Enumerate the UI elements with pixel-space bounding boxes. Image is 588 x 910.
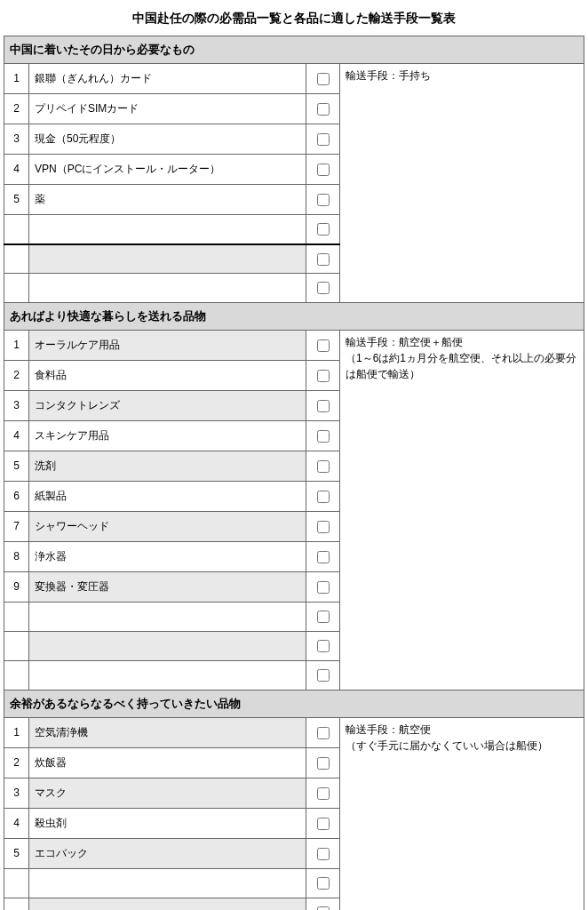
row-number: 7 bbox=[4, 512, 29, 542]
item-name: 炊飯器 bbox=[29, 748, 306, 778]
item-checkbox[interactable] bbox=[317, 848, 330, 860]
page-title: 中国赴任の際の必需品一覧と各品に適した輸送手段一覧表 bbox=[4, 4, 584, 36]
row-number: 8 bbox=[4, 542, 29, 572]
item-checkbox[interactable] bbox=[317, 194, 330, 206]
checkbox-cell bbox=[306, 512, 340, 542]
checkbox-cell bbox=[306, 331, 340, 361]
item-checkbox[interactable] bbox=[317, 669, 330, 682]
checkbox-cell bbox=[306, 661, 340, 690]
row-number: 3 bbox=[4, 124, 29, 155]
item-name bbox=[29, 632, 306, 661]
item-name: 銀聯（ぎんれん）カード bbox=[29, 64, 306, 94]
row-number: 3 bbox=[4, 778, 29, 809]
item-checkbox[interactable] bbox=[317, 611, 330, 623]
transport-note: 輸送手段：航空便＋船便（1～6は約1ヵ月分を航空便、それ以上の必要分は船便で輸送… bbox=[340, 331, 584, 690]
item-checkbox[interactable] bbox=[317, 282, 330, 294]
row-number: 4 bbox=[4, 421, 29, 451]
transport-note: 輸送手段：航空便（すぐ手元に届かなくていい場合は船便） bbox=[340, 718, 584, 911]
item-checkbox[interactable] bbox=[317, 370, 330, 382]
item-checkbox[interactable] bbox=[317, 103, 330, 116]
checkbox-cell bbox=[306, 718, 340, 748]
item-checkbox[interactable] bbox=[317, 551, 330, 563]
checkbox-cell bbox=[306, 391, 340, 421]
item-name: コンタクトレンズ bbox=[29, 391, 306, 421]
item-checkbox[interactable] bbox=[317, 877, 330, 890]
checkbox-cell bbox=[306, 839, 340, 869]
item-checkbox[interactable] bbox=[317, 73, 330, 85]
row-number bbox=[4, 898, 29, 911]
table-row: 1銀聯（ぎんれん）カード輸送手段：手持ち bbox=[4, 64, 584, 94]
checkbox-cell bbox=[306, 778, 340, 809]
item-name: 食料品 bbox=[29, 361, 306, 391]
item-name: 紙製品 bbox=[29, 482, 306, 512]
item-name: VPN（PCにインストール・ルーター） bbox=[29, 155, 306, 185]
row-number bbox=[4, 603, 29, 632]
row-number: 1 bbox=[4, 718, 29, 748]
item-name: マスク bbox=[29, 778, 306, 809]
item-checkbox[interactable] bbox=[317, 581, 330, 594]
item-name: 浄水器 bbox=[29, 542, 306, 572]
checkbox-cell bbox=[306, 124, 340, 155]
item-checkbox[interactable] bbox=[317, 430, 330, 443]
item-checkbox[interactable] bbox=[317, 491, 330, 503]
row-number: 3 bbox=[4, 391, 29, 421]
checkbox-cell bbox=[306, 898, 340, 911]
item-checkbox[interactable] bbox=[317, 460, 330, 473]
item-name: プリペイドSIMカード bbox=[29, 94, 306, 124]
row-number: 2 bbox=[4, 748, 29, 778]
item-checkbox[interactable] bbox=[317, 818, 330, 830]
checkbox-cell bbox=[306, 542, 340, 572]
row-number: 5 bbox=[4, 185, 29, 215]
row-number bbox=[4, 215, 29, 244]
item-checkbox[interactable] bbox=[317, 727, 330, 739]
item-name: エコバック bbox=[29, 839, 306, 869]
row-number bbox=[4, 244, 29, 274]
section-header: あればより快適な暮らしを送れる品物 bbox=[4, 303, 584, 331]
checkbox-cell bbox=[306, 185, 340, 215]
item-checkbox[interactable] bbox=[317, 757, 330, 770]
row-number bbox=[4, 661, 29, 690]
item-checkbox[interactable] bbox=[317, 164, 330, 176]
checkbox-cell bbox=[306, 451, 340, 482]
row-number: 1 bbox=[4, 331, 29, 361]
item-checkbox[interactable] bbox=[317, 640, 330, 652]
row-number: 5 bbox=[4, 839, 29, 869]
item-name: スキンケア用品 bbox=[29, 421, 306, 451]
row-number: 6 bbox=[4, 482, 29, 512]
checkbox-cell bbox=[306, 244, 340, 274]
item-name bbox=[29, 244, 306, 274]
checkbox-cell bbox=[306, 64, 340, 94]
item-name bbox=[29, 898, 306, 911]
row-number bbox=[4, 274, 29, 303]
checkbox-cell bbox=[306, 274, 340, 303]
row-number: 4 bbox=[4, 155, 29, 185]
item-name: 空気清浄機 bbox=[29, 718, 306, 748]
item-checkbox[interactable] bbox=[317, 521, 330, 533]
checkbox-cell bbox=[306, 361, 340, 391]
table-row: 1オーラルケア用品輸送手段：航空便＋船便（1～6は約1ヵ月分を航空便、それ以上の… bbox=[4, 331, 584, 361]
row-number bbox=[4, 869, 29, 898]
item-checkbox[interactable] bbox=[317, 339, 330, 352]
section-header: 余裕があるならなるべく持っていきたい品物 bbox=[4, 690, 584, 718]
item-checkbox[interactable] bbox=[317, 253, 330, 266]
item-checkbox[interactable] bbox=[317, 787, 330, 800]
item-name: 薬 bbox=[29, 185, 306, 215]
row-number: 4 bbox=[4, 809, 29, 839]
checkbox-cell bbox=[306, 869, 340, 898]
row-number: 5 bbox=[4, 451, 29, 482]
checkbox-cell bbox=[306, 572, 340, 603]
checklist-table: 中国に着いたその日から必要なもの1銀聯（ぎんれん）カード輸送手段：手持ち2プリペ… bbox=[4, 36, 584, 910]
item-name: 変換器・変圧器 bbox=[29, 572, 306, 603]
item-name: 現金（50元程度） bbox=[29, 124, 306, 155]
checkbox-cell bbox=[306, 748, 340, 778]
transport-note: 輸送手段：手持ち bbox=[340, 64, 584, 303]
item-checkbox[interactable] bbox=[317, 906, 330, 910]
item-checkbox[interactable] bbox=[317, 400, 330, 412]
checkbox-cell bbox=[306, 215, 340, 244]
section-header: 中国に着いたその日から必要なもの bbox=[4, 36, 584, 64]
item-name bbox=[29, 603, 306, 632]
item-name bbox=[29, 215, 306, 244]
item-checkbox[interactable] bbox=[317, 223, 330, 235]
checkbox-cell bbox=[306, 632, 340, 661]
item-checkbox[interactable] bbox=[317, 133, 330, 146]
